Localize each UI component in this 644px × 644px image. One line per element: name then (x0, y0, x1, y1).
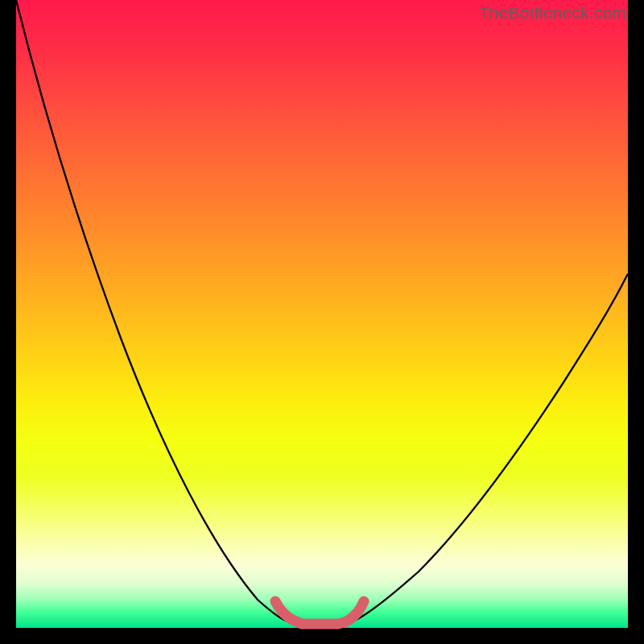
right-curve (353, 274, 628, 621)
curve-overlay (16, 0, 628, 628)
left-curve (16, 0, 287, 621)
valley-marker (275, 601, 364, 624)
plot-area (16, 0, 628, 628)
chart-frame: TheBottleneck.com (0, 0, 644, 644)
watermark-text: TheBottleneck.com (479, 3, 626, 23)
